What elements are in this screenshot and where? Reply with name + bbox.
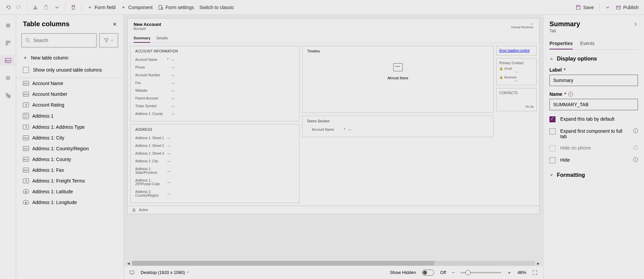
column-item[interactable]: ☰Address 1: Freight Terms (16, 175, 123, 186)
h-scrollbar[interactable]: ◀▶ (124, 261, 543, 266)
column-item[interactable]: AbcAccount Number (16, 89, 123, 99)
form-field[interactable]: Address 1: County--- (135, 110, 294, 118)
close-icon[interactable]: ✕ (113, 22, 117, 27)
cut-button[interactable] (30, 3, 41, 12)
save-button[interactable]: Save (573, 3, 597, 12)
expand-default-checkbox[interactable]: Expand this tab by default (549, 116, 638, 122)
section-primary-contact[interactable]: Primary Contact 🔒Email --- 🔒Business --- (496, 58, 537, 85)
tab-details[interactable]: Details (156, 34, 168, 43)
device-picker[interactable]: Desktop (1920 x 1080) (141, 270, 189, 275)
info-icon[interactable]: i (633, 128, 638, 133)
svg-point-0 (34, 8, 35, 9)
form-field[interactable]: Account Name*--- (135, 56, 294, 64)
new-table-column-button[interactable]: ＋New table column (16, 51, 123, 64)
section-address[interactable]: ADDRESS Address 1: Street 1---Address 1:… (130, 124, 299, 203)
undo-button[interactable] (3, 3, 13, 12)
hide-phone-checkbox[interactable]: Hide on phonei (549, 145, 638, 151)
form-field[interactable]: Account Number--- (135, 71, 294, 79)
form-field[interactable]: Address 1: Street 1--- (135, 134, 294, 142)
chevron-down-icon (186, 271, 189, 274)
add-component-button[interactable]: ＋Component (118, 3, 155, 12)
publish-button[interactable]: Publish (613, 3, 641, 12)
save-chevron[interactable] (602, 3, 613, 12)
form-field[interactable]: Fax--- (135, 79, 294, 87)
display-options-header[interactable]: Display options (549, 56, 638, 62)
hamburger-icon[interactable] (3, 20, 13, 31)
zoom-in-button[interactable]: ＋ (507, 270, 511, 276)
search-input[interactable] (22, 33, 97, 47)
column-item[interactable]: AbcAddress 1: Fax (16, 165, 123, 175)
paste-button[interactable] (41, 3, 51, 12)
form-field[interactable]: Address 1: State/Province--- (135, 165, 294, 176)
column-item[interactable]: AbcAddress 1: City (16, 132, 123, 143)
form-field[interactable]: Parent Account--- (135, 94, 294, 102)
hide-checkbox[interactable]: Hidei (549, 157, 638, 163)
device-icon (129, 270, 135, 275)
tab-properties[interactable]: Properties (549, 38, 573, 49)
column-item[interactable]: AbcdefAddress 1 (16, 110, 123, 122)
error-box: Error loading control (496, 46, 537, 55)
expand-first-checkbox[interactable]: Expand first component to full tabi (549, 128, 638, 139)
form-field[interactable]: Address 1: Street 2--- (135, 142, 294, 150)
chevron-right-icon[interactable] (633, 22, 638, 27)
svg-rect-7 (6, 41, 8, 43)
properties-panel: Summary Tab Properties Events Display op… (543, 15, 644, 279)
delete-button[interactable] (68, 3, 79, 12)
info-icon[interactable]: i (633, 145, 638, 150)
tree-rail-icon[interactable] (3, 90, 13, 101)
section-demo[interactable]: Demo Section Account Name*--- (302, 116, 494, 137)
section-contacts[interactable]: CONTACTS No da (496, 88, 537, 111)
svg-rect-8 (8, 41, 10, 43)
form-canvas[interactable]: New Account Account --- Annual Revenue S… (127, 18, 540, 214)
column-item[interactable]: ☰Account Rating (16, 99, 123, 110)
fit-icon[interactable] (532, 270, 538, 275)
svg-rect-12 (8, 96, 10, 98)
column-item[interactable]: ◐Address 1: Longitude (16, 197, 123, 208)
show-unused-checkbox[interactable]: Show only unused table columns (16, 64, 123, 78)
layers-rail-icon[interactable] (3, 73, 13, 83)
form-field[interactable]: Ticker Symbol--- (135, 102, 294, 110)
formatting-header[interactable]: Formatting (549, 172, 638, 178)
label-input[interactable] (549, 75, 638, 86)
chevron-up-icon (549, 57, 553, 61)
error-link[interactable]: Error loading control (499, 49, 530, 52)
columns-rail-icon[interactable]: Abc (0, 55, 15, 66)
svg-rect-10 (6, 93, 8, 95)
zoom-value: 46% (517, 270, 526, 275)
svg-rect-2 (45, 6, 47, 9)
form-field[interactable]: Website--- (135, 87, 294, 94)
section-account-info[interactable]: ACCOUNT INFORMATION Account Name*---Phon… (130, 46, 299, 121)
toolbar: ＋Form field ＋Component Form settings Swi… (0, 0, 644, 15)
column-item[interactable]: AbcAccount Name (16, 78, 123, 89)
redo-button[interactable] (13, 3, 24, 12)
form-field[interactable]: Address 1: ZIP/Postal Code--- (135, 176, 294, 188)
info-icon[interactable]: i (568, 92, 573, 96)
show-hidden-toggle[interactable] (422, 270, 434, 276)
form-canvas-wrap: New Account Account --- Annual Revenue S… (124, 15, 543, 279)
column-item[interactable]: AbcAddress 1: Country/Region (16, 143, 123, 154)
columns-list[interactable]: AbcAccount NameAbcAccount Number☰Account… (16, 78, 123, 274)
tab-events[interactable]: Events (580, 38, 595, 49)
filter-button[interactable] (99, 33, 118, 47)
form-field[interactable]: Address 1: Country/Region--- (135, 188, 294, 199)
form-field[interactable]: Address 1: Street 3--- (135, 150, 294, 157)
tab-summary[interactable]: Summary (134, 34, 150, 43)
info-icon[interactable]: i (633, 157, 638, 162)
paste-chevron[interactable] (51, 3, 62, 12)
name-input[interactable] (549, 99, 638, 110)
column-item[interactable]: ☰Address 1: Address Type (16, 122, 123, 132)
add-form-field-button[interactable]: ＋Form field (84, 3, 118, 12)
switch-to-classic-button[interactable]: Switch to classic (196, 3, 237, 12)
form-settings-button[interactable]: Form settings (155, 3, 197, 12)
canvas-footer: Active (128, 206, 539, 214)
column-item[interactable]: ◐Address 1: Latitude (16, 186, 123, 197)
section-timeline[interactable]: Timeline Almost there (302, 46, 494, 113)
form-field[interactable]: Address 1: City--- (135, 157, 294, 165)
column-item[interactable]: AbcAddress 1: County (16, 154, 123, 165)
props-title: Summary (549, 20, 580, 28)
search-icon (25, 38, 31, 43)
zoom-slider[interactable] (461, 272, 501, 273)
components-rail-icon[interactable] (3, 38, 13, 48)
zoom-out-button[interactable]: − (452, 270, 455, 275)
form-field[interactable]: Phone--- (135, 64, 294, 71)
